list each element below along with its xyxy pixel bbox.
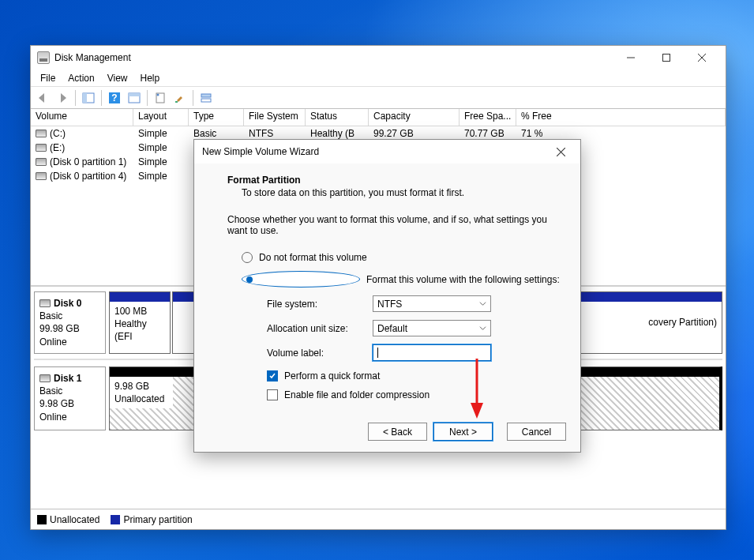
svg-rect-5 [83,93,87,103]
refresh-icon[interactable] [126,89,143,107]
menu-action[interactable]: Action [62,71,100,85]
minimize-button[interactable] [613,47,648,69]
close-button[interactable] [684,47,719,69]
svg-rect-13 [201,94,211,97]
settings-icon[interactable] [171,89,189,107]
checkbox-compression[interactable]: Enable file and folder compression [267,389,561,400]
radio-unselected-icon [242,252,253,263]
svg-point-11 [157,93,159,96]
checkbox-quick-format[interactable]: Perform a quick format [267,370,561,381]
text-caret [377,348,378,358]
disk-info[interactable]: Disk 1 Basic 9.98 GB Online [34,366,106,430]
window-title: Disk Management [54,52,613,63]
chevron-down-icon [479,325,486,332]
allocation-unit-select[interactable]: Default [373,320,491,336]
disk-icon [39,374,51,382]
col-capacity[interactable]: Capacity [369,109,460,126]
list-header: Volume Layout Type File System Status Ca… [31,109,726,126]
volume-icon [36,172,47,180]
col-pctfree[interactable]: % Free [516,109,726,126]
volume-label-input[interactable] [373,344,491,361]
option-do-not-format[interactable]: Do not format this volume [242,252,561,263]
svg-rect-9 [129,93,140,96]
menubar: File Action View Help [31,70,726,87]
legend-swatch-primary [111,515,120,524]
toolbar: ? [31,87,726,109]
dialog-heading: Format Partition [227,175,561,186]
menu-help[interactable]: Help [134,71,167,85]
label-allocation-unit-size: Allocation unit size: [267,323,373,334]
chevron-down-icon [479,300,486,307]
file-system-select[interactable]: NTFS [373,295,491,312]
volume-icon [36,158,47,166]
properties-icon[interactable] [152,89,169,107]
svg-text:?: ? [111,92,117,103]
col-type[interactable]: Type [189,109,244,126]
dialog-titlebar[interactable]: New Simple Volume Wizard [194,140,580,163]
svg-rect-14 [201,99,211,102]
svg-rect-1 [662,54,670,62]
back-button[interactable]: < Back [368,423,427,441]
disk-icon [39,299,51,307]
col-layout[interactable]: Layout [133,109,189,126]
forward-icon[interactable] [54,89,71,107]
cancel-button[interactable]: Cancel [507,423,566,441]
disk-info[interactable]: Disk 0 Basic 99.98 GB Online [34,291,106,354]
col-volume[interactable]: Volume [31,109,133,126]
label-volume-label: Volume label: [267,348,373,359]
legend: Unallocated Primary partition [31,509,726,529]
col-status[interactable]: Status [306,109,369,126]
help-icon[interactable]: ? [106,89,123,107]
app-icon [37,51,50,64]
col-filesystem[interactable]: File System [244,109,306,126]
next-button[interactable]: Next > [433,423,493,441]
radio-selected-icon [242,271,360,288]
partition-stripe [110,292,170,302]
label-file-system: File system: [267,299,373,310]
menu-file[interactable]: File [34,71,62,85]
dialog-subheading: To store data on this partition, you mus… [242,187,561,198]
show-hide-icon[interactable] [80,89,97,107]
checkbox-checked-icon [267,370,278,381]
view-toggle-icon[interactable] [197,89,215,107]
option-format-with-settings[interactable]: Format this volume with the following se… [242,271,561,288]
svg-rect-12 [175,101,178,103]
volume-icon [36,144,47,152]
titlebar[interactable]: Disk Management [31,46,726,70]
maximize-button[interactable] [648,47,684,69]
new-simple-volume-wizard: New Simple Volume Wizard Format Partitio… [193,139,581,453]
dialog-title: New Simple Volume Wizard [202,146,549,157]
checkbox-unchecked-icon [267,389,278,400]
partition[interactable]: 100 MBHealthy (EFI [109,291,171,354]
col-freespace[interactable]: Free Spa... [460,109,516,126]
menu-view[interactable]: View [101,71,134,85]
volume-icon [36,130,47,137]
legend-swatch-unallocated [37,515,47,524]
back-icon[interactable] [34,89,51,107]
dialog-close-button[interactable] [549,141,572,163]
dialog-intro: Choose whether you want to format this v… [227,214,547,236]
